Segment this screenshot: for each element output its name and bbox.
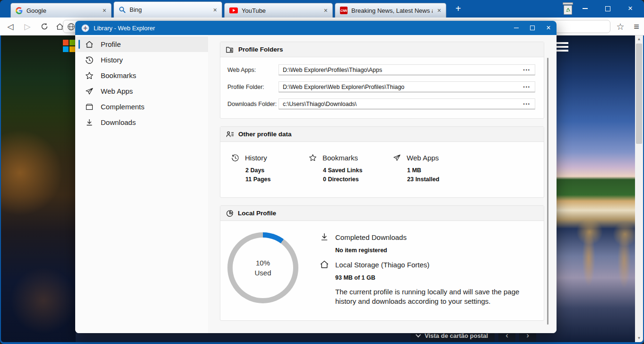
reload-button[interactable] bbox=[38, 20, 51, 33]
profile-folders-header: Profile Folders bbox=[220, 42, 544, 57]
dialog-scrollbar[interactable] bbox=[547, 58, 548, 325]
other-profile-data-section: Other profile data History 2 Days 11 Pag… bbox=[220, 126, 544, 198]
page-scrollbar[interactable]: ▲ ▼ bbox=[635, 35, 643, 342]
dialog-body: Profile History Bookmarks Web Apps Compl… bbox=[75, 35, 557, 333]
dialog-title: Library - Web Explorer bbox=[94, 25, 508, 32]
tab-youtube[interactable]: YouTube × bbox=[224, 3, 333, 18]
stat-line: 2 Days bbox=[245, 166, 309, 175]
field-web-apps: Web Apps: ••• bbox=[227, 64, 535, 75]
sidebar-item-complements[interactable]: Complements bbox=[75, 99, 208, 115]
browse-button[interactable]: ••• bbox=[521, 81, 533, 92]
pie-chart-icon bbox=[226, 210, 234, 217]
profile-folder-path-input[interactable] bbox=[278, 81, 535, 92]
item-detail: 93 MB of 1 GB bbox=[335, 274, 535, 281]
completed-downloads-item: Completed Downloads bbox=[320, 232, 535, 242]
scroll-up-icon[interactable]: ▲ bbox=[635, 35, 643, 43]
folder-profiles-icon bbox=[226, 46, 234, 53]
stat-history: History 2 Days 11 Pages bbox=[231, 154, 309, 184]
paper-plane-icon bbox=[85, 87, 94, 96]
star-icon bbox=[85, 71, 94, 80]
item-detail: No item registered bbox=[335, 247, 535, 254]
photo-bridge-left bbox=[1, 35, 76, 342]
history-icon bbox=[85, 56, 94, 64]
dialog-minimize-button[interactable] bbox=[508, 21, 524, 35]
tab-close-icon[interactable]: × bbox=[323, 7, 329, 14]
scroll-down-icon[interactable]: ▼ bbox=[635, 335, 643, 342]
dialog-titlebar[interactable]: Library - Web Explorer × bbox=[75, 21, 557, 35]
field-profile-folder: Profile Folder: ••• bbox=[227, 81, 535, 92]
tab-title: Bing bbox=[130, 6, 209, 13]
back-button[interactable]: ◁ bbox=[4, 20, 17, 33]
local-storage-item: Local Storage (Thiago Fortes) bbox=[320, 260, 535, 269]
tab-title: YouTube bbox=[242, 7, 319, 14]
item-title: Local Storage (Thiago Fortes) bbox=[335, 261, 429, 269]
home-icon bbox=[85, 40, 94, 49]
field-label: Downloads Folder: bbox=[227, 101, 278, 107]
stat-line: 1 MB bbox=[407, 166, 439, 175]
tab-close-icon[interactable]: × bbox=[102, 7, 107, 14]
home-icon bbox=[320, 260, 329, 269]
sidebar-item-history[interactable]: History bbox=[75, 52, 208, 68]
browse-button[interactable]: ••• bbox=[521, 98, 533, 109]
stat-line: 0 Directories bbox=[323, 175, 393, 184]
field-downloads-folder: Downloads Folder: ••• bbox=[227, 98, 535, 109]
sidebar-item-bookmarks[interactable]: Bookmarks bbox=[75, 68, 208, 83]
stat-web-apps: Web Apps 1 MB 23 Installed bbox=[393, 154, 439, 184]
downloads-folder-path-input[interactable] bbox=[278, 98, 535, 109]
dialog-close-button[interactable]: × bbox=[540, 21, 557, 35]
sidebar-item-downloads[interactable]: Downloads bbox=[75, 115, 208, 130]
new-tab-button[interactable]: + bbox=[451, 3, 465, 15]
bing-icon bbox=[119, 6, 126, 13]
dialog-content: Profile Folders Web Apps: ••• Profile Fo… bbox=[208, 35, 557, 333]
stat-title: History bbox=[245, 154, 267, 162]
reload-icon bbox=[41, 23, 48, 30]
item-title: Completed Downloads bbox=[335, 233, 407, 241]
profile-description: The current profile is running locally a… bbox=[335, 287, 535, 306]
compass-icon bbox=[81, 24, 89, 32]
window-close-button[interactable]: × bbox=[623, 0, 637, 17]
library-dialog: Library - Web Explorer × Profile History… bbox=[75, 21, 557, 333]
window-minimize-button[interactable] bbox=[578, 0, 592, 17]
section-title: Other profile data bbox=[238, 131, 292, 138]
history-icon bbox=[231, 154, 239, 162]
tab-bing[interactable]: Bing × bbox=[113, 1, 222, 18]
tab-close-icon[interactable]: × bbox=[212, 6, 218, 14]
dialog-maximize-button[interactable] bbox=[524, 21, 540, 35]
local-profile-header: Local Profile bbox=[220, 206, 544, 221]
recycle-bin-icon[interactable] bbox=[563, 2, 573, 15]
donut-percent: 10% bbox=[256, 258, 270, 268]
section-title: Local Profile bbox=[238, 210, 276, 217]
browser-window: Google × Bing × YouTube × CNN Breaking N… bbox=[0, 0, 644, 344]
microsoft-logo[interactable] bbox=[63, 40, 76, 53]
browse-button[interactable]: ••• bbox=[521, 64, 533, 75]
forward-button[interactable]: ▷ bbox=[21, 20, 34, 33]
home-icon bbox=[56, 23, 64, 31]
scroll-thumb[interactable] bbox=[636, 44, 642, 144]
google-icon bbox=[16, 7, 23, 14]
sidebar-item-profile[interactable]: Profile bbox=[75, 36, 208, 52]
package-icon bbox=[85, 103, 94, 111]
section-title: Profile Folders bbox=[238, 46, 283, 53]
tab-close-icon[interactable]: × bbox=[436, 7, 442, 14]
tab-title: Breaking News, Latest News and Vi bbox=[351, 7, 433, 14]
window-maximize-button[interactable] bbox=[600, 0, 615, 17]
stat-line: 4 Saved Links bbox=[323, 166, 393, 175]
other-profile-data-header: Other profile data bbox=[220, 127, 544, 142]
tab-google[interactable]: Google × bbox=[10, 3, 112, 18]
star-icon bbox=[309, 154, 317, 162]
stat-bookmarks: Bookmarks 4 Saved Links 0 Directories bbox=[309, 154, 393, 184]
recycle-glyph bbox=[566, 8, 571, 13]
web-apps-path-input[interactable] bbox=[278, 64, 535, 75]
bookmark-star-button[interactable]: ☆ bbox=[614, 20, 627, 33]
tab-cnn[interactable]: CNN Breaking News, Latest News and Vi × bbox=[335, 3, 446, 18]
local-profile-section: Local Profile 10% Used bbox=[220, 205, 544, 321]
sidebar-item-web-apps[interactable]: Web Apps bbox=[75, 83, 208, 99]
tab-strip: Google × Bing × YouTube × CNN Breaking N… bbox=[0, 0, 644, 18]
tab-title: Google bbox=[26, 7, 98, 14]
youtube-icon bbox=[229, 7, 238, 14]
cnn-icon: CNN bbox=[340, 7, 348, 14]
menu-button[interactable]: ≡ bbox=[630, 20, 643, 33]
donut-sublabel: Used bbox=[254, 268, 271, 278]
field-label: Web Apps: bbox=[227, 67, 278, 73]
stat-line: 11 Pages bbox=[245, 175, 309, 184]
